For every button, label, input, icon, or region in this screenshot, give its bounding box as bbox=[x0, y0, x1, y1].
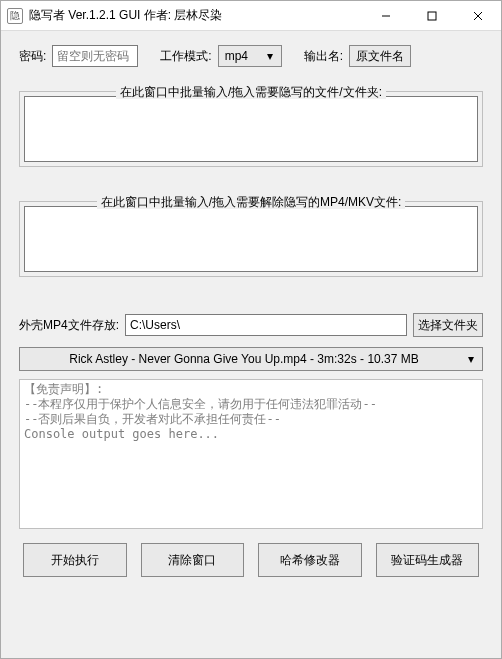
svg-rect-1 bbox=[428, 12, 436, 20]
clear-button[interactable]: 清除窗口 bbox=[141, 543, 245, 577]
client-area: 密码: 工作模式: mp4 ▾ 输出名: 原文件名 在此窗口中批量输入/拖入需要… bbox=[1, 31, 501, 658]
workmode-value: mp4 bbox=[225, 49, 248, 63]
chevron-down-icon: ▾ bbox=[460, 352, 474, 366]
hide-input-group: 在此窗口中批量输入/拖入需要隐写的文件/文件夹: bbox=[19, 91, 483, 167]
shell-file-select[interactable]: Rick Astley - Never Gonna Give You Up.mp… bbox=[19, 347, 483, 371]
reveal-group-label: 在此窗口中批量输入/拖入需要解除隐写的MP4/MKV文件: bbox=[97, 195, 406, 209]
hide-group-label: 在此窗口中批量输入/拖入需要隐写的文件/文件夹: bbox=[116, 85, 386, 99]
shell-path-label: 外壳MP4文件存放: bbox=[19, 317, 119, 334]
titlebar: 隐 隐写者 Ver.1.2.1 GUI 作者: 层林尽染 bbox=[1, 1, 501, 31]
close-button[interactable] bbox=[455, 1, 501, 30]
password-input[interactable] bbox=[52, 45, 138, 67]
outname-label: 输出名: bbox=[304, 48, 343, 65]
window-title: 隐写者 Ver.1.2.1 GUI 作者: 层林尽染 bbox=[29, 7, 363, 24]
outname-value: 原文件名 bbox=[356, 48, 404, 65]
maximize-button[interactable] bbox=[409, 1, 455, 30]
top-options-row: 密码: 工作模式: mp4 ▾ 输出名: 原文件名 bbox=[19, 45, 483, 67]
shell-file-row: Rick Astley - Never Gonna Give You Up.mp… bbox=[19, 347, 483, 371]
workmode-select[interactable]: mp4 ▾ bbox=[218, 45, 282, 67]
app-window: 隐 隐写者 Ver.1.2.1 GUI 作者: 层林尽染 密码: 工作模式: m… bbox=[0, 0, 502, 659]
password-label: 密码: bbox=[19, 48, 46, 65]
shell-path-row: 外壳MP4文件存放: 选择文件夹 bbox=[19, 313, 483, 337]
bottom-buttons: 开始执行 清除窗口 哈希修改器 验证码生成器 bbox=[19, 543, 483, 577]
maximize-icon bbox=[427, 11, 437, 21]
chevron-down-icon: ▾ bbox=[265, 49, 275, 63]
shell-file-value: Rick Astley - Never Gonna Give You Up.mp… bbox=[28, 352, 460, 366]
app-icon: 隐 bbox=[7, 8, 23, 24]
hash-modifier-button[interactable]: 哈希修改器 bbox=[258, 543, 362, 577]
captcha-generator-button[interactable]: 验证码生成器 bbox=[376, 543, 480, 577]
window-controls bbox=[363, 1, 501, 30]
close-icon bbox=[473, 11, 483, 21]
reveal-files-listbox[interactable] bbox=[24, 206, 478, 272]
outname-select[interactable]: 原文件名 bbox=[349, 45, 411, 67]
workmode-label: 工作模式: bbox=[160, 48, 211, 65]
browse-folder-button[interactable]: 选择文件夹 bbox=[413, 313, 483, 337]
shell-path-input[interactable] bbox=[125, 314, 407, 336]
reveal-input-group: 在此窗口中批量输入/拖入需要解除隐写的MP4/MKV文件: bbox=[19, 201, 483, 277]
minimize-button[interactable] bbox=[363, 1, 409, 30]
console-output: 【免责声明】: --本程序仅用于保护个人信息安全，请勿用于任何违法犯罪活动-- … bbox=[19, 379, 483, 529]
start-button[interactable]: 开始执行 bbox=[23, 543, 127, 577]
minimize-icon bbox=[381, 11, 391, 21]
hide-files-listbox[interactable] bbox=[24, 96, 478, 162]
